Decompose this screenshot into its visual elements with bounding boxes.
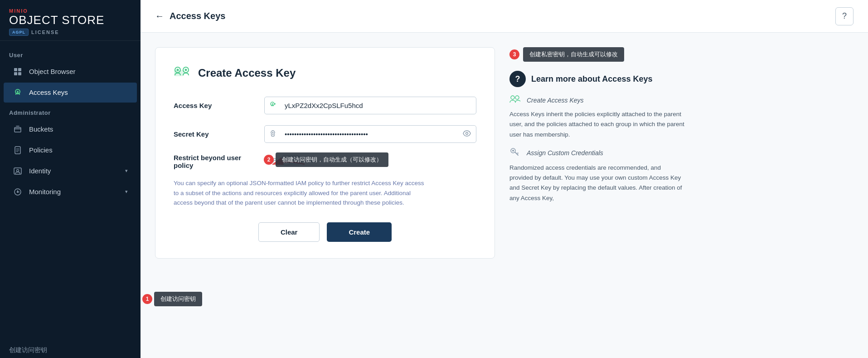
- monitoring-chevron-icon: ▾: [125, 189, 128, 195]
- badge-3: 3: [509, 49, 519, 59]
- access-key-prefix-icon: [270, 101, 277, 110]
- identity-chevron-icon: ▾: [125, 168, 128, 174]
- back-arrow-icon[interactable]: ←: [155, 11, 164, 21]
- section-2-title[interactable]: Assign Custom Credentials: [527, 149, 603, 157]
- secret-key-input[interactable]: [264, 125, 476, 143]
- svg-point-27: [512, 150, 514, 152]
- annotation-3-area: 3 创建私密密钥，自动生成可以修改: [509, 47, 685, 62]
- learn-more-header: ? Learn more about Access Keys: [509, 71, 685, 87]
- svg-point-14: [177, 69, 179, 71]
- sidebar-item-monitoring[interactable]: Monitoring ▾: [4, 182, 137, 202]
- svg-rect-8: [14, 168, 21, 174]
- badge-2: 2: [264, 155, 274, 165]
- svg-point-20: [272, 132, 274, 133]
- right-panel: 3 创建私密密钥，自动生成可以修改 ? Learn more about Acc…: [495, 47, 685, 347]
- breadcrumb: ← Access Keys: [155, 11, 225, 21]
- sidebar-item-label-access-keys: Access Keys: [29, 88, 68, 96]
- svg-rect-2: [14, 72, 17, 75]
- form-card-header: Create Access Key: [174, 64, 476, 82]
- sidebar-item-label-object-browser: Object Browser: [29, 68, 76, 75]
- svg-point-24: [511, 96, 514, 99]
- sidebar-item-label-policies: Policies: [29, 146, 53, 154]
- section-1-title[interactable]: Create Access Keys: [527, 97, 584, 104]
- section-label-admin: Administrator: [0, 103, 141, 119]
- svg-point-18: [272, 103, 273, 104]
- help-icon: ?: [842, 11, 847, 21]
- create-access-key-icon: [174, 64, 192, 82]
- annotation-2: 2 创建访问密钥，自动生成（可以修改）: [264, 152, 388, 167]
- sidebar-item-label-monitoring: Monitoring: [29, 188, 61, 196]
- sidebar-item-access-keys[interactable]: Access Keys: [4, 83, 137, 103]
- sidebar-item-policies[interactable]: Policies: [4, 140, 137, 160]
- access-key-label: Access Key: [174, 102, 255, 109]
- svg-rect-0: [14, 68, 17, 71]
- learn-more-help-icon: ?: [509, 71, 526, 87]
- logo-license: AGPL LICENSE: [9, 29, 131, 36]
- access-key-input[interactable]: [264, 97, 476, 114]
- content-area: Create Access Key Access Key: [141, 33, 868, 358]
- main-content: ← Access Keys ?: [141, 0, 868, 358]
- learn-more-body-2: Randomized access credentials are recomm…: [509, 163, 685, 203]
- svg-point-21: [466, 132, 468, 134]
- access-key-row: Access Key: [174, 97, 476, 114]
- annotation-1: 1 创建访问密钥: [142, 292, 202, 306]
- sidebar-item-identity[interactable]: Identity ▾: [4, 161, 137, 181]
- access-key-input-wrapper: [264, 97, 476, 114]
- form-card-title: Create Access Key: [198, 67, 296, 79]
- tooltip-3: 创建私密密钥，自动生成可以修改: [523, 47, 624, 62]
- create-button[interactable]: Create: [327, 222, 392, 242]
- sidebar-item-label-identity: Identity: [29, 167, 51, 175]
- buckets-icon: [13, 124, 23, 134]
- svg-rect-1: [18, 68, 21, 71]
- sidebar-item-buckets[interactable]: Buckets: [4, 119, 137, 139]
- svg-point-9: [17, 169, 19, 172]
- secret-key-prefix-icon: [270, 130, 276, 139]
- access-keys-icon: [13, 88, 23, 98]
- tooltip-2: 创建访问密钥，自动生成（可以修改）: [276, 152, 388, 167]
- clear-button[interactable]: Clear: [258, 222, 320, 242]
- monitoring-icon: [13, 187, 23, 197]
- logo-object-store: OBJECT STORE: [9, 14, 131, 27]
- tooltip-1: 创建访问密钥: [154, 292, 202, 306]
- page-title: Access Keys: [170, 11, 225, 21]
- learn-more-body-1: Access Keys inherit the policies explici…: [509, 109, 685, 140]
- secret-key-label: Secret Key: [174, 130, 255, 138]
- svg-rect-3: [18, 72, 21, 75]
- help-button[interactable]: ?: [835, 7, 853, 25]
- svg-point-5: [17, 91, 19, 93]
- agpl-badge: AGPL: [9, 29, 29, 36]
- badge-1: 1: [142, 294, 152, 304]
- identity-icon: [13, 166, 23, 176]
- policy-description: You can specify an optional JSON-formatt…: [174, 178, 427, 208]
- sidebar: MINIO OBJECT STORE AGPL LICENSE User Obj…: [0, 0, 141, 358]
- object-browser-icon: [13, 67, 23, 77]
- learn-more-title: Learn more about Access Keys: [531, 74, 652, 84]
- learn-more-section-1: Create Access Keys: [509, 94, 685, 106]
- form-actions: Clear Create: [174, 222, 476, 242]
- svg-rect-6: [15, 128, 21, 132]
- secret-key-row: Secret Key: [174, 125, 476, 143]
- topbar: ← Access Keys ?: [141, 0, 868, 33]
- svg-point-16: [185, 69, 187, 71]
- license-text: LICENSE: [31, 29, 59, 35]
- sidebar-footer-identity: 创建访问密钥: [9, 346, 131, 354]
- sidebar-item-label-buckets: Buckets: [29, 125, 53, 133]
- secret-key-input-wrapper: [264, 125, 476, 143]
- logo-area: MINIO OBJECT STORE AGPL LICENSE: [0, 0, 141, 41]
- learn-more-section-2: Assign Custom Credentials: [509, 147, 685, 159]
- policies-icon: [13, 145, 23, 155]
- svg-point-25: [515, 96, 519, 99]
- show-password-icon[interactable]: [463, 130, 471, 138]
- create-keys-section-icon: [509, 94, 522, 106]
- section-label-user: User: [0, 45, 141, 61]
- custom-creds-section-icon: [509, 147, 522, 159]
- restrict-label: Restrict beyond user policy: [174, 154, 255, 169]
- sidebar-item-object-browser[interactable]: Object Browser: [4, 62, 137, 82]
